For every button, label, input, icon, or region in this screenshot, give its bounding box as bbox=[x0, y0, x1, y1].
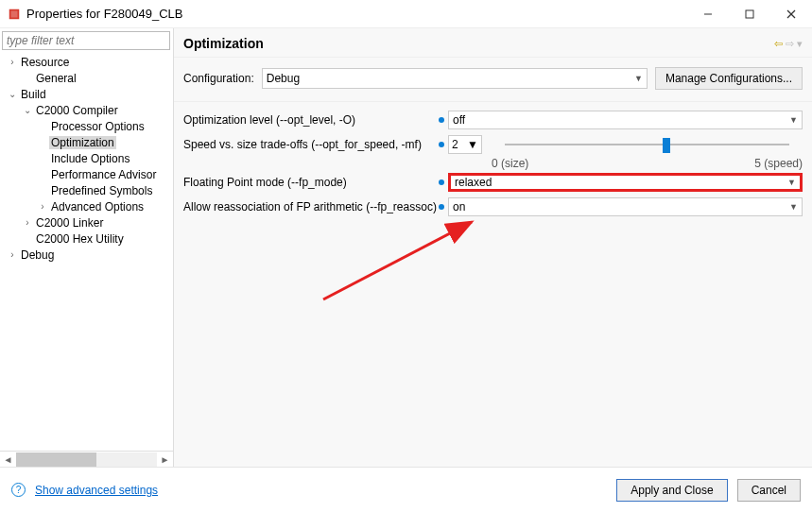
tree-twisty-icon[interactable]: ⌄ bbox=[21, 105, 34, 115]
show-advanced-link[interactable]: Show advanced settings bbox=[35, 484, 158, 497]
slider-track bbox=[505, 144, 789, 145]
apply-close-button[interactable]: Apply and Close bbox=[616, 479, 727, 502]
opt-level-label: Optimization level (--opt_level, -O) bbox=[183, 113, 439, 127]
cancel-button[interactable]: Cancel bbox=[737, 479, 801, 502]
modified-dot-icon bbox=[439, 142, 444, 147]
nav-fwd-icon[interactable]: ⇨ bbox=[786, 38, 794, 50]
modified-dot-icon bbox=[439, 179, 444, 185]
modified-dot-icon bbox=[439, 204, 444, 210]
tree-item-label: Optimization bbox=[49, 136, 116, 149]
maximize-button[interactable] bbox=[729, 0, 770, 28]
filter-wrap bbox=[2, 31, 170, 50]
slider-labels-row: 0 (size) 5 (speed) bbox=[183, 157, 803, 170]
tree-item[interactable]: Optimization bbox=[0, 134, 173, 150]
fp-reassoc-value: on bbox=[453, 200, 465, 213]
tree-item-label: Processor Options bbox=[49, 120, 147, 133]
manage-configurations-button[interactable]: Manage Configurations... bbox=[655, 67, 803, 90]
slider-max-label: 5 (speed) bbox=[754, 157, 803, 170]
dialog-footer: ? Show advanced settings Apply and Close… bbox=[0, 467, 812, 512]
nav-menu-icon[interactable]: ▾ bbox=[797, 38, 803, 50]
window-controls bbox=[687, 0, 812, 28]
configuration-select[interactable]: Debug ▼ bbox=[262, 68, 648, 89]
opt-level-value: off bbox=[453, 113, 465, 127]
tree-item-label: Predefined Symbols bbox=[49, 184, 154, 197]
slider-thumb[interactable] bbox=[663, 138, 670, 153]
header-toolbar: ⇦ ⇨ ▾ bbox=[774, 38, 803, 50]
fp-mode-select[interactable]: relaxed ▼ bbox=[448, 173, 803, 192]
page-title: Optimization bbox=[183, 36, 774, 51]
speed-size-label: Speed vs. size trade-offs (--opt_for_spe… bbox=[183, 138, 439, 151]
svg-line-7 bbox=[323, 222, 472, 299]
help-icon[interactable]: ? bbox=[11, 483, 26, 497]
tree-item[interactable]: ›C2000 Linker bbox=[0, 214, 173, 230]
tree-item[interactable]: Include Options bbox=[0, 150, 173, 166]
fp-reassoc-select[interactable]: on ▼ bbox=[448, 197, 803, 216]
tree-item[interactable]: ›Resource bbox=[0, 54, 173, 70]
tree-item[interactable]: ›Advanced Options bbox=[0, 198, 173, 214]
sidebar-hscroll[interactable]: ◄ ► bbox=[0, 451, 173, 467]
settings-area: Optimization level (--opt_level, -O) off… bbox=[174, 102, 812, 225]
svg-rect-1 bbox=[11, 10, 18, 17]
tree-twisty-icon[interactable]: › bbox=[36, 201, 49, 212]
filter-input[interactable] bbox=[2, 31, 170, 50]
opt-level-select[interactable]: off ▼ bbox=[448, 111, 803, 129]
scroll-left-icon[interactable]: ◄ bbox=[0, 454, 16, 465]
tree-twisty-icon[interactable]: › bbox=[21, 217, 34, 228]
tree-twisty-icon[interactable]: › bbox=[6, 57, 19, 67]
fp-mode-label: Floating Point mode (--fp_mode) bbox=[183, 176, 439, 189]
sidebar: ›ResourceGeneral⌄Build⌄C2000 CompilerPro… bbox=[0, 28, 174, 467]
tree-item[interactable]: ›Debug bbox=[0, 247, 173, 263]
opt-level-row: Optimization level (--opt_level, -O) off… bbox=[183, 108, 803, 132]
tree-item-label: C2000 Hex Utility bbox=[34, 232, 126, 246]
tree-item-label: Advanced Options bbox=[49, 200, 146, 213]
speed-size-select[interactable]: 2 ▼ bbox=[448, 135, 482, 154]
tree-item[interactable]: Processor Options bbox=[0, 118, 173, 134]
speed-size-row: Speed vs. size trade-offs (--opt_for_spe… bbox=[183, 132, 803, 157]
configuration-label: Configuration: bbox=[183, 72, 254, 85]
tree-item-label: Performance Advisor bbox=[49, 168, 158, 181]
tree-item-label: Resource bbox=[19, 56, 71, 69]
minimize-button[interactable] bbox=[687, 0, 729, 28]
close-button[interactable] bbox=[770, 0, 812, 28]
scroll-right-icon[interactable]: ► bbox=[157, 454, 173, 465]
titlebar: Properties for F280049_CLB bbox=[0, 0, 812, 28]
nav-back-icon[interactable]: ⇦ bbox=[774, 38, 783, 50]
tree-twisty-icon[interactable]: ⌄ bbox=[6, 89, 19, 99]
window-title: Properties for F280049_CLB bbox=[26, 7, 687, 21]
scroll-thumb[interactable] bbox=[16, 452, 96, 467]
tree-item[interactable]: General bbox=[0, 70, 173, 86]
chevron-down-icon: ▼ bbox=[787, 178, 796, 187]
chevron-down-icon: ▼ bbox=[467, 138, 478, 151]
tree-twisty-icon[interactable]: › bbox=[6, 249, 19, 260]
tree-item[interactable]: C2000 Hex Utility bbox=[0, 230, 173, 247]
chevron-down-icon: ▼ bbox=[634, 74, 643, 83]
configuration-row: Configuration: Debug ▼ Manage Configurat… bbox=[174, 57, 812, 102]
configuration-value: Debug bbox=[267, 72, 300, 85]
tree-item-label: Build bbox=[19, 88, 48, 101]
tree-item-label: C2000 Linker bbox=[34, 216, 105, 230]
speed-size-slider[interactable] bbox=[492, 135, 803, 154]
tree-item[interactable]: ⌄C2000 Compiler bbox=[0, 102, 173, 118]
tree-item[interactable]: Predefined Symbols bbox=[0, 182, 173, 198]
slider-min-label: 0 (size) bbox=[492, 157, 528, 170]
tree-item-label: Debug bbox=[19, 248, 56, 262]
tree-item-label: Include Options bbox=[49, 152, 131, 165]
fp-reassoc-label: Allow reassociation of FP arithmetic (--… bbox=[183, 200, 439, 213]
speed-size-value: 2 bbox=[452, 138, 458, 151]
tree-item-label: C2000 Compiler bbox=[34, 104, 120, 117]
fp-mode-row: Floating Point mode (--fp_mode) relaxed … bbox=[183, 170, 803, 195]
chevron-down-icon: ▼ bbox=[789, 202, 798, 212]
modified-dot-icon bbox=[439, 117, 444, 123]
chevron-down-icon: ▼ bbox=[789, 115, 798, 125]
annotation-arrow bbox=[316, 213, 486, 307]
main-panel: Optimization ⇦ ⇨ ▾ Configuration: Debug … bbox=[174, 28, 812, 467]
main-header: Optimization ⇦ ⇨ ▾ bbox=[174, 28, 812, 57]
nav-tree: ›ResourceGeneral⌄Build⌄C2000 CompilerPro… bbox=[0, 52, 173, 451]
scroll-track[interactable] bbox=[16, 452, 157, 467]
fp-reassoc-row: Allow reassociation of FP arithmetic (--… bbox=[183, 195, 803, 219]
fp-mode-value: relaxed bbox=[455, 176, 492, 189]
app-icon bbox=[8, 8, 21, 21]
tree-item[interactable]: ⌄Build bbox=[0, 86, 173, 102]
tree-item[interactable]: Performance Advisor bbox=[0, 166, 173, 182]
tree-item-label: General bbox=[34, 72, 78, 85]
